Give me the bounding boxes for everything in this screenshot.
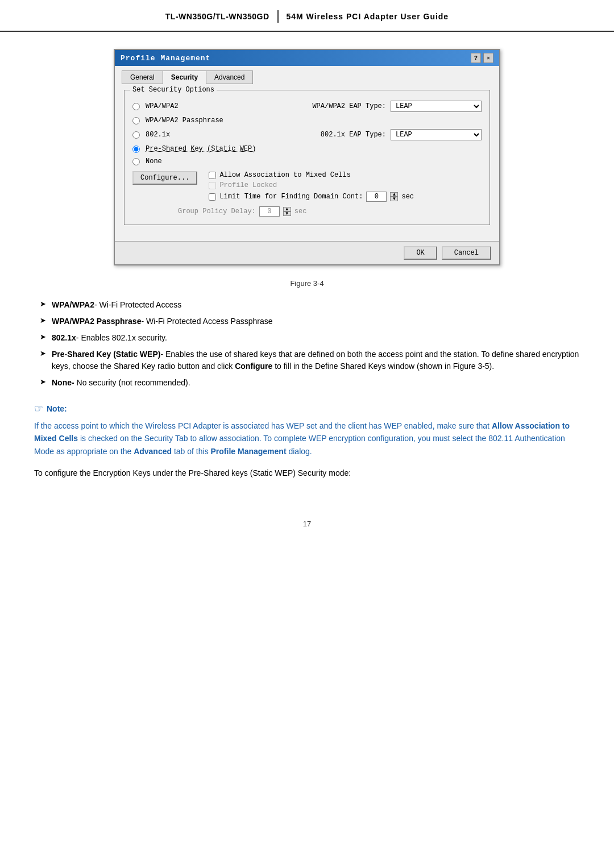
bullet-arrow-2: ➤ <box>40 316 46 325</box>
checkbox-limit-time[interactable] <box>209 193 216 201</box>
help-button[interactable]: ? <box>471 53 481 63</box>
configure-area: Configure... Allow Association to Mixed … <box>132 171 482 202</box>
list-item-pre-shared: ➤ Pre-Shared Key (Static WEP)- Enables t… <box>34 348 580 372</box>
bullet-text-1: WPA/WPA2- Wi-Fi Protected Access <box>52 299 181 311</box>
spinner-down-btn[interactable]: ▼ <box>390 197 398 201</box>
page-number: 17 <box>0 508 614 534</box>
radio-wpa-wpa2[interactable] <box>132 103 140 110</box>
list-item-wpa-wpa2: ➤ WPA/WPA2- Wi-Fi Protected Access <box>34 299 580 311</box>
note-icon: ☞ <box>34 402 43 415</box>
group-policy-label: Group Policy Delay: <box>178 207 256 215</box>
tab-general[interactable]: General <box>122 70 163 84</box>
radio-8021x[interactable] <box>132 131 140 139</box>
header-separator <box>277 10 279 23</box>
domain-cont-spinner-buttons: ▲ ▼ <box>390 192 398 201</box>
bullet-arrow-3: ➤ <box>40 333 46 341</box>
page-header: TL-WN350G/TL-WN350GD 54M Wireless PCI Ad… <box>0 0 614 32</box>
checkbox-label-profile-locked: Profile Locked <box>219 181 277 189</box>
8021x-eap-label: 802.1x EAP Type: <box>321 131 386 139</box>
wpa-eap-select[interactable]: LEAP EAP-FAST PEAP EAP-TLS <box>391 101 482 112</box>
dialog-footer: OK Cancel <box>115 241 499 264</box>
group-policy-sec-label: sec <box>294 207 307 215</box>
wpa-eap-label: WPA/WPA2 EAP Type: <box>312 102 386 110</box>
checkbox-label-mixed-cells: Allow Association to Mixed Cells <box>219 171 350 179</box>
checkbox-mixed-cells[interactable] <box>209 172 216 179</box>
dialog-titlebar: Profile Management ? ✕ <box>115 50 499 66</box>
bullet-arrow-1: ➤ <box>40 300 46 308</box>
list-item-none: ➤ None- No security (not recommended). <box>34 377 580 389</box>
dialog-title: Profile Management <box>121 54 210 63</box>
bullet-text-3: 802.1x- Enables 802.1x security. <box>52 332 167 344</box>
radio-row-wpa-passphrase: WPA/WPA2 Passphrase <box>132 117 482 124</box>
domain-cont-sec-label: sec <box>401 193 414 201</box>
radio-row-8021x: 802.1x <box>132 131 170 139</box>
radio-row-wpa-wpa2: WPA/WPA2 <box>132 102 179 110</box>
figure-caption: Figure 3-4 <box>34 279 580 288</box>
checkbox-label-limit-time: Limit Time for Finding Domain Cont: <box>219 193 363 201</box>
close-button[interactable]: ✕ <box>483 53 493 63</box>
domain-cont-spinner-input[interactable] <box>366 192 387 202</box>
tab-advanced[interactable]: Advanced <box>206 70 253 84</box>
radio-label-wpa-wpa2: WPA/WPA2 <box>146 102 179 110</box>
profile-management-dialog: Profile Management ? ✕ General Security … <box>114 49 500 265</box>
radio-none[interactable] <box>132 158 140 165</box>
dialog-tabs: General Security Advanced <box>115 66 499 84</box>
header-title: 54M Wireless PCI Adapter User Guide <box>287 12 449 21</box>
radio-pre-shared[interactable] <box>132 146 140 153</box>
eap-row-8021x: 802.1x EAP Type: LEAP EAP-FAST PEAP EAP-… <box>321 129 482 140</box>
bullet-arrow-4: ➤ <box>40 349 46 358</box>
ok-button[interactable]: OK <box>404 246 437 260</box>
list-item-wpa-passphrase: ➤ WPA/WPA2 Passphrase- Wi-Fi Protected A… <box>34 315 580 327</box>
bullet-arrow-5: ➤ <box>40 377 46 386</box>
bullet-text-2: WPA/WPA2 Passphrase- Wi-Fi Protected Acc… <box>52 315 273 327</box>
note-body: If the access point to which the Wireles… <box>34 420 580 458</box>
tab-security[interactable]: Security <box>163 70 206 84</box>
group-policy-spinner-buttons: ▲ ▼ <box>283 207 291 216</box>
radio-row-none: None <box>132 157 482 165</box>
titlebar-controls: ? ✕ <box>471 53 493 63</box>
configure-button[interactable]: Configure... <box>132 171 197 185</box>
note-title: Note: <box>47 404 67 413</box>
eap-row-wpa: WPA/WPA2 EAP Type: LEAP EAP-FAST PEAP EA… <box>312 101 482 112</box>
note-header: ☞ Note: <box>34 402 580 415</box>
bullet-list: ➤ WPA/WPA2- Wi-Fi Protected Access ➤ WPA… <box>34 299 580 389</box>
security-options-fieldset: Set Security Options WPA/WPA2 WPA/WPA2 E… <box>124 90 490 225</box>
radio-label-8021x: 802.1x <box>146 131 170 139</box>
dialog-body: Set Security Options WPA/WPA2 WPA/WPA2 E… <box>115 84 499 241</box>
cancel-button[interactable]: Cancel <box>442 246 491 260</box>
list-item-8021x: ➤ 802.1x- Enables 802.1x security. <box>34 332 580 344</box>
bullet-text-4: Pre-Shared Key (Static WEP)- Enables the… <box>52 348 580 372</box>
radio-label-pre-shared: Pre-Shared Key (Static WEP) <box>146 145 256 153</box>
radio-label-none: None <box>146 157 162 165</box>
header-model: TL-WN350G/TL-WN350GD <box>165 12 269 21</box>
checkbox-row-profile-locked: Profile Locked <box>209 181 414 189</box>
domain-row: Limit Time for Finding Domain Cont: ▲ ▼ … <box>209 192 414 202</box>
radio-row-pre-shared: Pre-Shared Key (Static WEP) <box>132 145 482 153</box>
security-options-group: WPA/WPA2 WPA/WPA2 EAP Type: LEAP EAP-FAS… <box>132 101 482 217</box>
radio-wpa-passphrase[interactable] <box>132 117 140 124</box>
to-configure-text: To configure the Encryption Keys under t… <box>34 467 580 479</box>
checkbox-row-mixed-cells: Allow Association to Mixed Cells <box>209 171 414 179</box>
checkbox-profile-locked[interactable] <box>209 182 216 189</box>
note-section: ☞ Note: If the access point to which the… <box>34 402 580 458</box>
group-policy-spinner-down[interactable]: ▼ <box>283 211 291 216</box>
bullet-text-5: None- No security (not recommended). <box>52 377 190 389</box>
radio-label-wpa-passphrase: WPA/WPA2 Passphrase <box>146 117 223 124</box>
group-policy-row: Group Policy Delay: ▲ ▼ sec <box>132 206 482 217</box>
content-area: Profile Management ? ✕ General Security … <box>0 32 614 497</box>
fieldset-legend: Set Security Options <box>130 86 217 94</box>
8021x-eap-select[interactable]: LEAP EAP-FAST PEAP EAP-TLS <box>391 129 482 140</box>
group-policy-spinner-input[interactable] <box>259 206 280 217</box>
checkboxes-area: Allow Association to Mixed Cells Profile… <box>209 171 414 202</box>
